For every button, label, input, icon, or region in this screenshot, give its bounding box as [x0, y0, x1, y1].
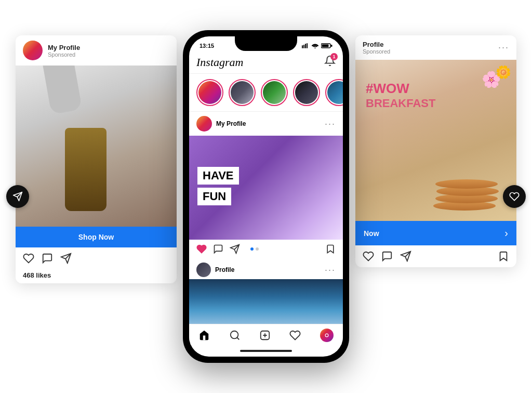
feed-post-header-left — [196, 116, 212, 132]
have-fun-text: HAVE FUN — [197, 167, 239, 208]
svg-point-19 — [325, 334, 328, 337]
svg-rect-5 — [303, 45, 304, 48]
fun-text: FUN — [203, 190, 226, 203]
status-icons — [302, 43, 332, 48]
right-share-button[interactable] — [400, 251, 411, 262]
pancake-4 — [435, 179, 498, 189]
phone-home-bar — [189, 345, 343, 357]
nav-home-button[interactable] — [198, 330, 210, 341]
dot-indicators — [250, 247, 259, 251]
center-phone: 13:15 Instagram 1 — [183, 30, 349, 363]
comment-button[interactable] — [42, 253, 53, 264]
ig-logo: Instagram — [196, 56, 243, 69]
feed-main-image: HAVE FUN — [189, 136, 343, 240]
feed-comment-button[interactable] — [213, 244, 223, 254]
right-heart-button[interactable] — [363, 251, 374, 262]
phone-notch — [235, 36, 297, 51]
right-shop-now-button[interactable]: Now › — [355, 221, 516, 245]
feed-post2-name: Profile — [215, 266, 325, 273]
avatar — [23, 41, 43, 60]
left-card: My Profile Sponsored Shop Now 468 likes — [16, 35, 177, 283]
feed-bookmark-button[interactable] — [325, 244, 336, 254]
svg-rect-4 — [302, 45, 303, 48]
chevron-right-icon: › — [504, 227, 508, 239]
svg-line-15 — [237, 337, 239, 339]
feed-post-name: My Profile — [216, 120, 325, 127]
notification-icon[interactable]: 1 — [324, 55, 336, 69]
likes-count: 468 likes — [16, 271, 177, 283]
feed-post2-options[interactable]: ··· — [325, 265, 336, 276]
left-post-image — [16, 66, 177, 227]
have-text: HAVE — [203, 169, 234, 182]
feed-post2-avatar — [196, 263, 211, 277]
profile-name: My Profile — [48, 44, 80, 51]
story-4[interactable] — [293, 79, 320, 106]
right-post-image: #WOW BREAKFAST 🌸 🌼 — [355, 60, 516, 221]
fun-text-box: FUN — [197, 188, 231, 205]
shop-now-label: Now — [364, 229, 379, 238]
breakfast-text: BREAKFAST — [366, 97, 435, 110]
feed-actions — [189, 240, 343, 258]
story-3[interactable] — [261, 79, 288, 106]
ig-header: Instagram 1 — [189, 52, 343, 74]
feed-scroll: My Profile ··· HAVE FUN — [189, 112, 343, 324]
dot-2 — [256, 247, 259, 251]
svg-rect-11 — [331, 45, 332, 47]
have-text-box: HAVE — [197, 167, 239, 185]
stories-row — [189, 74, 343, 112]
feed-post-header: My Profile ··· — [189, 112, 343, 136]
feed-post2-image — [189, 279, 343, 324]
flower-yellow: 🌼 — [496, 65, 511, 80]
feed-post-options[interactable]: ··· — [325, 119, 336, 129]
wow-text: #WOW — [366, 81, 435, 97]
notification-badge: 1 — [330, 53, 338, 60]
nav-heart-button[interactable] — [289, 330, 301, 341]
status-time: 13:15 — [200, 43, 214, 49]
left-card-footer — [16, 247, 177, 269]
scene: My Profile Sponsored Shop Now 468 likes — [0, 0, 532, 393]
left-card-header: My Profile Sponsored — [16, 35, 177, 66]
feed-avatar — [196, 116, 212, 132]
heart-circle-button[interactable] — [503, 185, 526, 208]
left-card-header-text: My Profile Sponsored — [48, 44, 80, 58]
right-bookmark-button[interactable] — [498, 251, 509, 262]
feed-share-button[interactable] — [230, 244, 240, 254]
wow-breakfast-overlay: #WOW BREAKFAST — [366, 81, 435, 110]
dot-1 — [250, 247, 254, 251]
right-card-header: Profile Sponsored ··· — [355, 35, 516, 60]
share-button[interactable] — [60, 253, 72, 264]
svg-rect-10 — [322, 45, 329, 47]
right-card-options[interactable]: ··· — [498, 42, 509, 53]
right-comment-button[interactable] — [381, 251, 393, 262]
sponsored-label: Sponsored — [48, 51, 80, 58]
svg-rect-7 — [307, 43, 308, 48]
ig-gradient-icon — [320, 329, 334, 342]
right-sponsored-label: Sponsored — [363, 48, 390, 55]
story-5[interactable] — [325, 79, 343, 106]
story-2[interactable] — [229, 79, 256, 106]
right-card-footer — [355, 245, 516, 267]
feed-post2-header: Profile ··· — [189, 260, 343, 279]
shop-now-button[interactable]: Shop Now — [16, 227, 177, 247]
pancake-stack — [433, 159, 506, 211]
nav-add-button[interactable] — [259, 330, 271, 341]
person-figure — [281, 146, 332, 229]
feed-heart-button[interactable] — [196, 244, 207, 254]
right-card-header-left: Profile Sponsored — [363, 41, 390, 55]
nav-profile-button[interactable] — [320, 329, 334, 342]
story-1[interactable] — [196, 79, 223, 106]
svg-point-8 — [314, 47, 315, 48]
nav-search-button[interactable] — [229, 330, 241, 341]
bottom-nav — [189, 324, 343, 345]
right-profile-name: Profile — [363, 41, 390, 48]
svg-point-14 — [230, 331, 238, 339]
heart-button[interactable] — [23, 253, 34, 264]
svg-rect-6 — [305, 44, 306, 48]
right-card: Profile Sponsored ··· #WOW BREAKFAST 🌸 🌼… — [355, 35, 516, 267]
send-circle-button[interactable] — [6, 185, 29, 208]
phone-inner: 13:15 Instagram 1 — [189, 36, 343, 357]
home-indicator — [240, 350, 292, 352]
